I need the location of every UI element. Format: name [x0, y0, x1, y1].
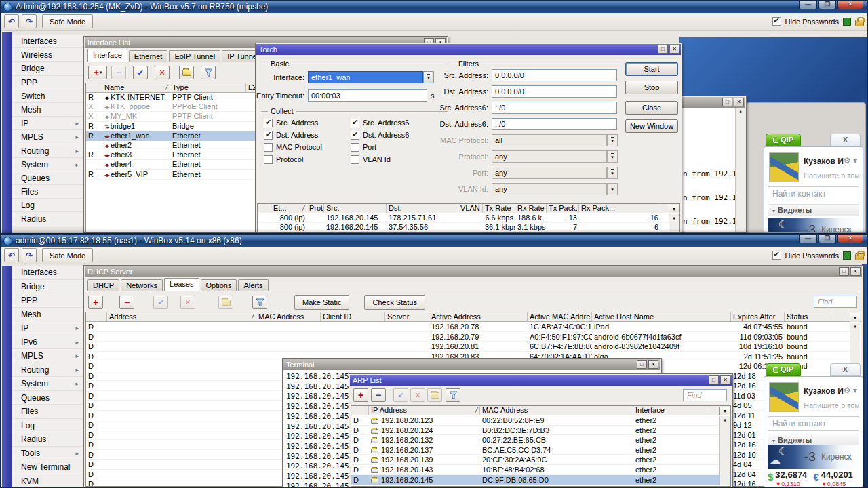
menu-item[interactable]: Bridge — [12, 62, 83, 75]
menu-item[interactable]: MPLS — [12, 130, 83, 144]
txrate-column-header[interactable]: Tx Rate — [483, 204, 515, 213]
hide-passwords-checkbox[interactable] — [772, 17, 781, 26]
tab[interactable]: Interface — [87, 49, 127, 62]
qip-search-input[interactable]: Найти контакт — [768, 416, 859, 431]
menu-item[interactable]: Mesh — [12, 103, 83, 117]
enable-button[interactable]: ✔ — [393, 388, 408, 402]
undo-button[interactable]: ↶ — [4, 248, 19, 262]
filter-button[interactable] — [201, 66, 216, 79]
qip-tab[interactable]: QIP — [766, 363, 801, 376]
menu-item[interactable]: IP — [12, 321, 83, 336]
arp-row[interactable]: D 192.168.20.157 50:46:5D:50:02:6F ether… — [351, 485, 730, 487]
enable-button[interactable]: ✔ — [133, 66, 148, 79]
maximize-icon[interactable]: □ — [637, 360, 647, 369]
menu-item[interactable]: Radius — [12, 432, 83, 447]
avatar[interactable] — [769, 382, 799, 412]
gear-icon[interactable]: ⚙ — [844, 156, 851, 165]
arp-row[interactable]: D 192.168.20.139 20:CF:30:2A:A5:9C ether… — [351, 455, 730, 465]
filter-input[interactable]: 0.0.0.0/0 — [492, 69, 617, 81]
close-button[interactable]: ✕ — [837, 235, 863, 243]
title-bar[interactable]: Admin@192.168.10.254 (MK_ZvD) - WinBox v… — [1, 1, 867, 13]
tab[interactable]: Networks — [121, 279, 163, 291]
remove-button[interactable]: − — [371, 388, 386, 402]
torch-scrollbar[interactable]: ♦ — [669, 214, 679, 231]
column-select-button[interactable]: ▼ — [719, 407, 730, 415]
ip-column-header[interactable]: IP Address/ — [369, 406, 480, 415]
menu-item[interactable]: Queues — [12, 171, 83, 185]
active-host-column-header[interactable]: Active Host Name — [592, 312, 731, 321]
lease-row[interactable]: D 192.168.20.81 6C:B7:F4:7E:8B:80 androi… — [86, 342, 861, 352]
arp-row[interactable]: D 192.168.20.137 BC:AE:C5:CC:D3:74 ether… — [351, 445, 730, 455]
filter-button[interactable] — [252, 296, 267, 309]
mac-column-header[interactable]: MAC Address — [480, 406, 633, 415]
comment-button[interactable] — [218, 296, 233, 309]
qip-currency-row[interactable]: $ 32,6874▼0,1310 € 44,0201▼0,0845 — [768, 470, 859, 487]
tab[interactable]: Options — [201, 279, 237, 291]
type-column-header[interactable]: Type — [170, 83, 246, 92]
find-input[interactable]: Find — [683, 389, 727, 401]
server-column-header[interactable]: Server — [385, 312, 429, 321]
make-static-button[interactable]: Make Static — [294, 295, 349, 310]
filter-input[interactable]: any — [492, 150, 607, 163]
enable-button[interactable]: ✔ — [153, 296, 168, 309]
menu-item[interactable]: System — [12, 377, 83, 391]
filter-combo-button[interactable]: ▾ — [607, 134, 618, 146]
menu-item[interactable]: Switch — [12, 89, 83, 103]
disable-button[interactable]: ✕ — [180, 296, 195, 309]
undo-button[interactable]: ↶ — [4, 14, 19, 28]
menu-item[interactable]: Interfaces — [12, 35, 83, 48]
maximize-icon[interactable]: □ — [839, 267, 849, 276]
txpack-column-header[interactable]: Tx Pack... — [547, 204, 579, 213]
status-column-header[interactable]: Status — [785, 312, 835, 321]
tab[interactable]: EoIP Tunnel — [169, 50, 220, 62]
arp-row[interactable]: D 192.168.20.132 00:27:22:BE:65:CB ether… — [351, 435, 730, 445]
chevron-down-icon[interactable]: ▾ — [853, 156, 857, 165]
qip-search-input[interactable]: Найти контакт — [768, 186, 859, 201]
filter-input[interactable]: any — [492, 183, 607, 195]
menu-item[interactable]: Routing — [12, 144, 83, 158]
arp-titlebar[interactable]: ARP List — [350, 375, 732, 386]
arp-row[interactable]: D 192.168.20.145 DC:9F:DB:08:65:D0 ether… — [351, 475, 730, 485]
filter-input[interactable]: any — [492, 167, 607, 179]
dialog-button[interactable]: Start — [625, 62, 678, 76]
close-icon[interactable]: ✕ — [720, 375, 730, 384]
minimize-button[interactable]: — — [799, 1, 817, 9]
tab[interactable]: Ethernet — [129, 50, 168, 62]
redo-button[interactable]: ↷ — [22, 248, 37, 262]
arp-row[interactable]: D 192.168.20.124 B0:B2:DC:3E:7D:B3 ether… — [351, 426, 730, 436]
filter-input[interactable]: all — [492, 134, 607, 146]
add-button[interactable]: +▾ — [88, 66, 107, 79]
qip-weather-row[interactable]: ☾☁ -3 Киренск — [768, 445, 859, 469]
log-scrollbar[interactable]: ♦ — [735, 108, 745, 232]
menu-item[interactable]: MPLS — [12, 349, 83, 363]
menu-item[interactable]: System — [12, 158, 83, 171]
tab[interactable]: DHCP — [87, 279, 119, 291]
remove-button[interactable]: − — [119, 296, 134, 309]
minimize-button[interactable]: — — [799, 235, 817, 243]
lease-row[interactable]: D 192.168.20.79 A0:F4:50:F1:97:CC androi… — [86, 332, 861, 342]
qip-close-button[interactable]: X — [830, 134, 861, 146]
menu-item[interactable]: KVM — [12, 474, 83, 488]
tab[interactable]: Leases — [164, 278, 199, 291]
gear-icon[interactable]: ⚙ — [844, 386, 851, 395]
filter-input[interactable]: 0.0.0.0/0 — [492, 85, 617, 98]
vlan-column-header[interactable]: VLAN Id — [458, 204, 483, 213]
menu-item[interactable]: Tools — [12, 447, 83, 461]
close-button[interactable]: ✕ — [837, 1, 863, 9]
name-column-header[interactable]: Name/ — [102, 83, 170, 92]
menu-item[interactable]: Wireless — [12, 48, 83, 62]
add-button[interactable]: + — [353, 388, 368, 402]
active-address-column-header[interactable]: Active Address — [429, 312, 528, 321]
maximize-button[interactable]: ❐ — [818, 1, 836, 9]
avatar[interactable] — [769, 152, 799, 182]
dialog-button[interactable]: Close — [625, 101, 678, 115]
flags-column-header[interactable] — [86, 83, 102, 92]
expires-column-header[interactable]: Expires After — [731, 312, 785, 321]
close-icon[interactable]: ✕ — [734, 98, 744, 106]
remove-button[interactable]: − — [111, 66, 126, 79]
address-column-header[interactable]: Address/ — [107, 312, 256, 321]
close-icon[interactable]: ✕ — [669, 45, 679, 54]
menu-item[interactable]: New Terminal — [12, 460, 83, 474]
find-input[interactable]: Find — [814, 296, 857, 308]
column-select-button[interactable]: ▼ — [669, 205, 679, 214]
